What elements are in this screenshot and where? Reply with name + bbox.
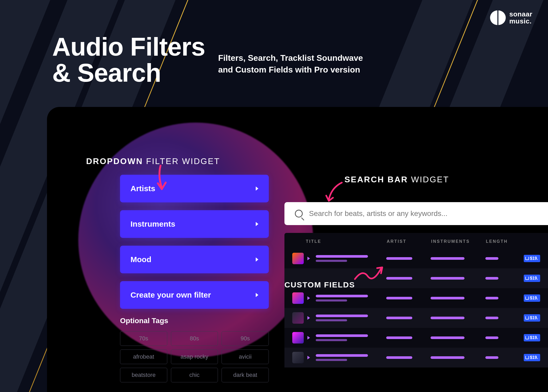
play-icon[interactable]	[307, 356, 310, 359]
tag-avicii[interactable]: avicii	[222, 349, 269, 364]
price-button[interactable]: $19.	[524, 334, 540, 341]
col-instruments: INSTRUMENTS	[431, 239, 486, 244]
search-icon	[295, 210, 303, 218]
track-row[interactable]: $19.	[284, 308, 548, 328]
cart-icon	[525, 277, 529, 280]
price-button[interactable]: $19.	[524, 275, 540, 282]
optional-tags-title: Optional Tags	[120, 317, 269, 325]
callout-dropdown-filter: DROPDOWN FILTER WIDGET	[86, 156, 220, 166]
tag-90s[interactable]: 90s	[222, 331, 269, 346]
price-button[interactable]: $19.	[524, 255, 540, 262]
price-button[interactable]: $19.	[524, 294, 540, 302]
track-row[interactable]: $19.	[284, 288, 548, 308]
play-icon[interactable]	[307, 257, 310, 260]
price-button[interactable]: $19.	[524, 314, 540, 322]
track-row[interactable]: $19.	[284, 348, 548, 367]
cart-icon	[525, 336, 529, 339]
track-thumbnail	[292, 332, 304, 343]
track-thumbnail	[292, 253, 304, 264]
filter-mood[interactable]: Mood	[120, 246, 269, 273]
track-row[interactable]: $19.	[284, 328, 548, 348]
tracklist-header: TITLE ARTIST INSTRUMENTS LENGTH	[284, 239, 548, 249]
cart-icon	[525, 316, 529, 319]
sonaar-logo-icon	[490, 10, 506, 25]
filter-artists[interactable]: Artists	[120, 175, 269, 202]
chevron-right-icon	[256, 257, 258, 262]
tag-asap-rocky[interactable]: asap rocky	[171, 349, 218, 364]
page-title: Audio Filters & Search	[52, 34, 205, 86]
cart-icon	[525, 257, 529, 260]
showcase-panel: DROPDOWN FILTER WIDGET SEARCH BAR WIDGET…	[47, 107, 548, 392]
page-subtitle: Filters, Search, Tracklist Soundwave and…	[218, 52, 363, 76]
filter-label: Create your own filter	[130, 291, 211, 299]
filter-label: Artists	[130, 184, 155, 193]
chevron-right-icon	[256, 222, 258, 226]
tag-chic[interactable]: chic	[171, 368, 218, 382]
track-thumbnail	[292, 292, 304, 304]
tag-dark-beat[interactable]: dark beat	[222, 368, 269, 382]
optional-tags-section: Optional Tags 70s 80s 90s afrobeat asap …	[120, 317, 269, 382]
brand-logo-block: sonaar music.	[490, 10, 532, 25]
chevron-right-icon	[256, 186, 258, 191]
price-button[interactable]: $19.	[524, 354, 540, 361]
col-title: TITLE	[306, 239, 387, 244]
brand-text: sonaar music.	[509, 11, 532, 25]
track-thumbnail	[292, 352, 304, 363]
page-heading: Audio Filters & Search Filters, Search, …	[52, 34, 363, 86]
play-icon[interactable]	[307, 336, 310, 340]
callout-search-bar: SEARCH BAR WIDGET	[344, 175, 449, 184]
tag-afrobeat[interactable]: afrobeat	[120, 349, 167, 364]
track-thumbnail	[292, 312, 304, 324]
search-bar-widget[interactable]	[284, 202, 548, 225]
filter-label: Instruments	[130, 220, 175, 228]
tag-70s[interactable]: 70s	[120, 331, 167, 346]
track-row[interactable]: $19.	[284, 249, 548, 268]
cart-icon	[525, 297, 529, 300]
col-artist: ARTIST	[387, 239, 431, 244]
filter-create-own[interactable]: Create your own filter	[120, 281, 269, 309]
callout-custom-fields: CUSTOM FIELDS	[284, 280, 355, 289]
filter-instruments[interactable]: Instruments	[120, 210, 269, 238]
tracklist: TITLE ARTIST INSTRUMENTS LENGTH $19.	[284, 233, 548, 367]
search-input[interactable]	[309, 209, 538, 218]
cart-icon	[525, 356, 529, 359]
play-icon[interactable]	[307, 316, 310, 320]
dropdown-filter-widget: Artists Instruments Mood Create your own…	[120, 175, 269, 382]
play-icon[interactable]	[307, 296, 310, 300]
tag-80s[interactable]: 80s	[171, 331, 218, 346]
chevron-right-icon	[256, 293, 258, 297]
col-length: LENGTH	[486, 239, 520, 244]
tag-beatstore[interactable]: beatstore	[120, 368, 167, 382]
filter-label: Mood	[130, 255, 151, 264]
